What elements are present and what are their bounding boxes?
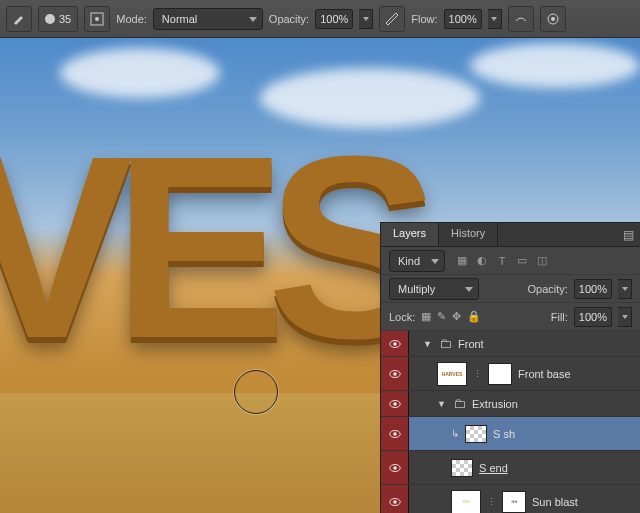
opacity-label: Opacity:	[269, 13, 309, 25]
layer-mask-thumbnail[interactable]: ≋≋	[502, 491, 526, 513]
filter-pixel-icon[interactable]: ▦	[455, 254, 469, 268]
layer-opacity-field[interactable]: 100%	[574, 279, 612, 299]
svg-point-3	[551, 17, 555, 21]
visibility-toggle[interactable]	[381, 451, 409, 484]
tool-preset-picker[interactable]	[6, 6, 32, 32]
opacity-field[interactable]: 100%	[315, 9, 353, 29]
tab-layers[interactable]: Layers	[381, 223, 439, 246]
disclosure-triangle-icon[interactable]: ▼	[437, 399, 447, 409]
opacity-stepper[interactable]	[359, 9, 373, 29]
visibility-toggle[interactable]	[381, 391, 409, 416]
layer-opacity-label: Opacity:	[528, 283, 568, 295]
lock-transparency-icon[interactable]: ▦	[421, 310, 431, 323]
flow-value: 100%	[449, 13, 477, 25]
folder-icon: 🗀	[453, 396, 466, 411]
layer-s-sh[interactable]: ↳ S sh	[381, 417, 640, 451]
folder-icon: 🗀	[439, 336, 452, 351]
lock-label: Lock:	[389, 311, 415, 323]
brush-size-value: 35	[59, 13, 71, 25]
filter-smart-icon[interactable]: ◫	[535, 254, 549, 268]
brush-options-bar: 35 Mode: Normal Opacity: 100% Flow: 100%	[0, 0, 640, 38]
layer-sun-blast[interactable]: ≡≡≡ ⋮ ≋≋ Sun blast	[381, 485, 640, 513]
layer-filter-row: Kind ▦ ◐ T ▭ ◫	[381, 247, 640, 275]
disclosure-triangle-icon[interactable]: ▼	[423, 339, 433, 349]
layer-thumbnail: HARVES	[437, 362, 467, 386]
layer-blend-mode-dropdown[interactable]: Multiply	[389, 278, 479, 300]
brush-panel-toggle[interactable]	[84, 6, 110, 32]
panel-menu-button[interactable]	[616, 223, 640, 246]
filter-shape-icon[interactable]: ▭	[515, 254, 529, 268]
layer-thumbnail	[451, 459, 473, 477]
layer-name: S end	[479, 462, 508, 474]
filter-type-icon[interactable]: T	[495, 254, 509, 268]
lock-pixels-icon[interactable]: ✎	[437, 310, 446, 323]
fill-label: Fill:	[551, 311, 568, 323]
filter-icon-group: ▦ ◐ T ▭ ◫	[455, 254, 549, 268]
layer-group-extrusion[interactable]: ▼ 🗀 Extrusion	[381, 391, 640, 417]
visibility-toggle[interactable]	[381, 417, 409, 450]
flow-field[interactable]: 100%	[444, 9, 482, 29]
layer-opacity-stepper[interactable]	[618, 279, 632, 299]
pressure-opacity-toggle[interactable]	[379, 6, 405, 32]
flow-label: Flow:	[411, 13, 437, 25]
layer-group-front[interactable]: ▼ 🗀 Front	[381, 331, 640, 357]
svg-point-15	[393, 500, 397, 504]
tab-history[interactable]: History	[439, 223, 498, 246]
lock-position-icon[interactable]: ✥	[452, 310, 461, 323]
flow-stepper[interactable]	[488, 9, 502, 29]
filter-adjust-icon[interactable]: ◐	[475, 254, 489, 268]
layer-mask-thumbnail[interactable]	[488, 363, 512, 385]
layer-name: Extrusion	[472, 398, 518, 410]
airbrush-toggle[interactable]	[508, 6, 534, 32]
fill-field[interactable]: 100%	[574, 307, 612, 327]
brush-cursor-icon	[234, 370, 278, 414]
blend-mode-value: Normal	[162, 13, 197, 25]
brush-preset-picker[interactable]: 35	[38, 6, 78, 32]
blend-mode-dropdown[interactable]: Normal	[153, 8, 263, 30]
layer-thumbnail: ≡≡≡	[451, 490, 481, 514]
visibility-toggle[interactable]	[381, 485, 409, 513]
link-icon: ⋮	[487, 497, 496, 507]
link-icon: ⋮	[473, 369, 482, 379]
layer-s-end[interactable]: S end	[381, 451, 640, 485]
pressure-size-toggle[interactable]	[540, 6, 566, 32]
layer-name: Front base	[518, 368, 571, 380]
layers-panel: Layers History Kind ▦ ◐ T ▭ ◫ Multiply O…	[380, 222, 640, 513]
svg-point-9	[393, 402, 397, 406]
layer-name: S sh	[493, 428, 515, 440]
visibility-toggle[interactable]	[381, 357, 409, 390]
visibility-toggle[interactable]	[381, 331, 409, 356]
svg-point-5	[393, 342, 397, 346]
filter-type-dropdown[interactable]: Kind	[389, 250, 445, 272]
mode-label: Mode:	[116, 13, 147, 25]
clip-indicator-icon: ↳	[451, 428, 459, 439]
brush-tip-preview-icon	[45, 14, 55, 24]
svg-point-1	[95, 17, 99, 21]
layer-thumbnail	[465, 425, 487, 443]
layer-name: Sun blast	[532, 496, 578, 508]
layer-list: ▼ 🗀 Front HARVES ⋮ Front base ▼ 🗀 Extrus…	[381, 331, 640, 513]
fill-stepper[interactable]	[618, 307, 632, 327]
opacity-value: 100%	[320, 13, 348, 25]
svg-point-11	[393, 432, 397, 436]
lock-fill-row: Lock: ▦ ✎ ✥ 🔒 Fill: 100%	[381, 303, 640, 331]
blend-opacity-row: Multiply Opacity: 100%	[381, 275, 640, 303]
svg-point-13	[393, 466, 397, 470]
layer-name: Front	[458, 338, 484, 350]
layer-front-base[interactable]: HARVES ⋮ Front base	[381, 357, 640, 391]
lock-all-icon[interactable]: 🔒	[467, 310, 481, 323]
svg-point-7	[393, 372, 397, 376]
panel-tab-strip: Layers History	[381, 223, 640, 247]
